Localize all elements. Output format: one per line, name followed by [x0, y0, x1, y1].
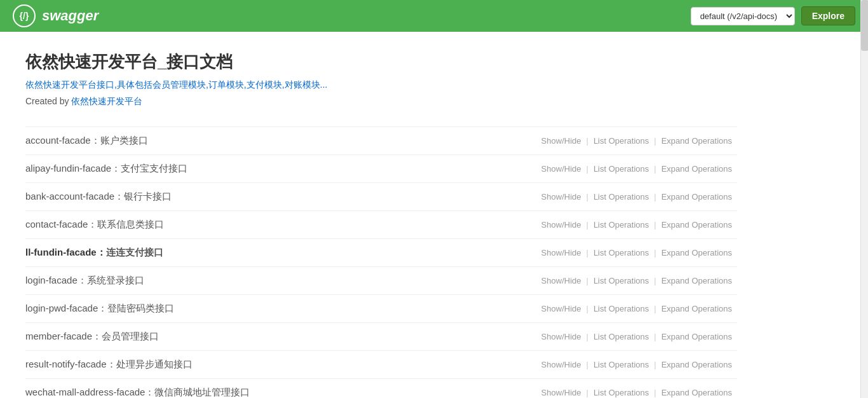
- name-part: member-facade: [25, 331, 92, 341]
- api-item-actions: Show/Hide|List Operations|Expand Operati…: [536, 136, 737, 146]
- api-item-name: account-facade：账户类接口: [25, 135, 148, 147]
- created-by-link[interactable]: 依然快速开发平台: [71, 96, 142, 106]
- header-right: default (/v2/api-docs) Explore: [691, 6, 855, 25]
- api-item-name: ll-fundin-facade：连连支付接口: [25, 247, 163, 259]
- action-show/hide[interactable]: Show/Hide: [536, 136, 587, 146]
- action-list-operations[interactable]: List Operations: [588, 164, 654, 174]
- action-list-operations[interactable]: List Operations: [588, 276, 654, 285]
- action-expand-operations[interactable]: Expand Operations: [656, 192, 737, 202]
- main-content: 依然快速开发平台_接口文档 依然快速开发平台接口,具体包括会员管理模块,订单模块…: [0, 32, 763, 398]
- api-item-actions: Show/Hide|List Operations|Expand Operati…: [536, 332, 737, 341]
- api-item: member-facade：会员管理接口Show/Hide|List Opera…: [25, 323, 737, 351]
- name-part: contact-facade: [25, 219, 88, 230]
- desc-part: 微信商城地址管理接口: [154, 387, 250, 397]
- name-part: login-facade: [25, 275, 78, 285]
- name-part: bank-account-facade: [25, 191, 114, 202]
- name-part: result-notify-facade: [25, 359, 107, 369]
- action-expand-operations[interactable]: Expand Operations: [656, 388, 737, 397]
- api-list: account-facade：账户类接口Show/Hide|List Opera…: [25, 127, 737, 398]
- api-item-actions: Show/Hide|List Operations|Expand Operati…: [536, 220, 737, 230]
- action-list-operations[interactable]: List Operations: [588, 248, 654, 257]
- desc-part: 系统登录接口: [87, 275, 144, 285]
- action-show/hide[interactable]: Show/Hide: [536, 332, 587, 341]
- action-expand-operations[interactable]: Expand Operations: [656, 136, 737, 146]
- separator: ：: [114, 191, 124, 202]
- api-item: wechat-mall-address-facade：微信商城地址管理接口Sho…: [25, 379, 737, 398]
- action-expand-operations[interactable]: Expand Operations: [656, 164, 737, 174]
- separator: ：: [92, 331, 102, 341]
- action-expand-operations[interactable]: Expand Operations: [656, 248, 737, 257]
- action-show/hide[interactable]: Show/Hide: [536, 360, 587, 369]
- api-item: alipay-fundin-facade：支付宝支付接口Show/Hide|Li…: [25, 155, 737, 183]
- action-show/hide[interactable]: Show/Hide: [536, 248, 587, 257]
- api-select[interactable]: default (/v2/api-docs): [691, 7, 795, 25]
- desc-part: 登陆密码类接口: [107, 303, 174, 313]
- action-show/hide[interactable]: Show/Hide: [536, 164, 587, 174]
- header-left: {/} swagger: [13, 4, 98, 27]
- separator: ：: [145, 387, 154, 397]
- name-part: wechat-mall-address-facade: [25, 387, 145, 397]
- created-by: Created by 依然快速开发平台: [25, 96, 737, 107]
- header: {/} swagger default (/v2/api-docs) Explo…: [0, 0, 868, 32]
- desc-part: 连连支付接口: [106, 247, 163, 257]
- api-item-actions: Show/Hide|List Operations|Expand Operati…: [536, 360, 737, 369]
- api-item-name: alipay-fundin-facade：支付宝支付接口: [25, 163, 187, 175]
- separator: ：: [91, 135, 100, 146]
- api-item-name: login-pwd-facade：登陆密码类接口: [25, 303, 174, 315]
- api-item-name: bank-account-facade：银行卡接口: [25, 191, 172, 203]
- api-item-name: member-facade：会员管理接口: [25, 331, 159, 343]
- api-item-name: result-notify-facade：处理异步通知接口: [25, 359, 193, 371]
- api-item-actions: Show/Hide|List Operations|Expand Operati…: [536, 192, 737, 202]
- name-part: ll-fundin-facade: [25, 247, 97, 257]
- action-list-operations[interactable]: List Operations: [588, 360, 654, 369]
- separator: ：: [107, 359, 116, 369]
- api-item: ll-fundin-facade：连连支付接口Show/Hide|List Op…: [25, 239, 737, 267]
- separator: ：: [78, 275, 87, 285]
- api-item: account-facade：账户类接口Show/Hide|List Opera…: [25, 127, 737, 155]
- action-expand-operations[interactable]: Expand Operations: [656, 220, 737, 230]
- action-show/hide[interactable]: Show/Hide: [536, 304, 587, 313]
- name-part: login-pwd-facade: [25, 303, 98, 313]
- api-item-actions: Show/Hide|List Operations|Expand Operati…: [536, 276, 737, 285]
- action-expand-operations[interactable]: Expand Operations: [656, 304, 737, 313]
- desc-part: 支付宝支付接口: [121, 163, 187, 174]
- api-item: login-facade：系统登录接口Show/Hide|List Operat…: [25, 267, 737, 295]
- name-part: alipay-fundin-facade: [25, 163, 111, 174]
- desc-part: 处理异步通知接口: [116, 359, 193, 369]
- action-expand-operations[interactable]: Expand Operations: [656, 360, 737, 369]
- desc-part: 联系信息类接口: [97, 219, 164, 230]
- desc-part: 账户类接口: [100, 135, 148, 146]
- action-expand-operations[interactable]: Expand Operations: [656, 332, 737, 341]
- api-item-name: login-facade：系统登录接口: [25, 275, 144, 287]
- action-list-operations[interactable]: List Operations: [588, 136, 654, 146]
- page-description: 依然快速开发平台接口,具体包括会员管理模块,订单模块,支付模块,对账模块...: [25, 79, 737, 91]
- name-part: account-facade: [25, 135, 91, 146]
- action-expand-operations[interactable]: Expand Operations: [656, 276, 737, 285]
- api-item-name: wechat-mall-address-facade：微信商城地址管理接口: [25, 387, 250, 398]
- action-list-operations[interactable]: List Operations: [588, 388, 654, 397]
- desc-part: 会员管理接口: [102, 331, 159, 341]
- swagger-logo: {/}: [13, 4, 36, 27]
- api-item: contact-facade：联系信息类接口Show/Hide|List Ope…: [25, 211, 737, 239]
- action-show/hide[interactable]: Show/Hide: [536, 192, 587, 202]
- separator: ：: [111, 163, 121, 174]
- action-list-operations[interactable]: List Operations: [588, 332, 654, 341]
- api-item: login-pwd-facade：登陆密码类接口Show/Hide|List O…: [25, 295, 737, 323]
- separator: ：: [97, 247, 106, 257]
- action-show/hide[interactable]: Show/Hide: [536, 388, 587, 397]
- explore-button[interactable]: Explore: [801, 6, 855, 25]
- created-by-prefix: Created by: [25, 96, 71, 106]
- api-item: bank-account-facade：银行卡接口Show/Hide|List …: [25, 183, 737, 211]
- action-list-operations[interactable]: List Operations: [588, 304, 654, 313]
- action-show/hide[interactable]: Show/Hide: [536, 220, 587, 230]
- scrollbar[interactable]: [860, 0, 868, 398]
- action-list-operations[interactable]: List Operations: [588, 192, 654, 202]
- logo-text: {/}: [20, 11, 29, 21]
- scrollbar-thumb[interactable]: [861, 0, 868, 51]
- api-item-actions: Show/Hide|List Operations|Expand Operati…: [536, 248, 737, 257]
- api-item: result-notify-facade：处理异步通知接口Show/Hide|L…: [25, 351, 737, 379]
- api-item-name: contact-facade：联系信息类接口: [25, 219, 164, 231]
- desc-part: 银行卡接口: [124, 191, 172, 202]
- action-show/hide[interactable]: Show/Hide: [536, 276, 587, 285]
- action-list-operations[interactable]: List Operations: [588, 220, 654, 230]
